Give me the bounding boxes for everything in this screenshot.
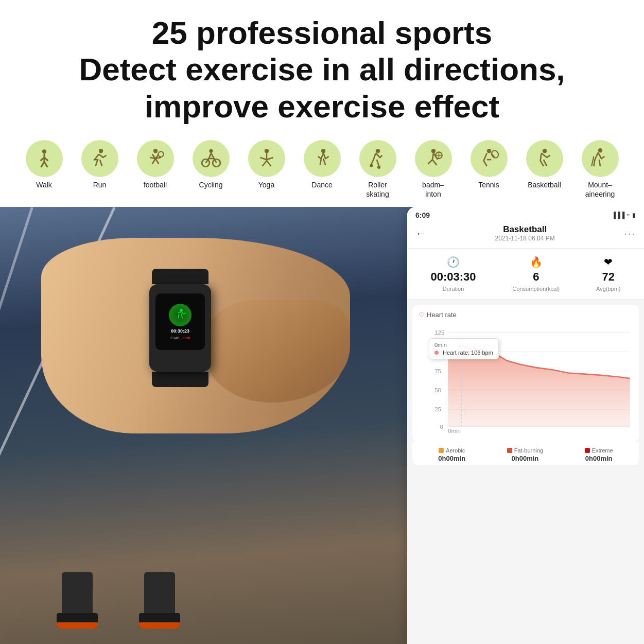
sport-walk: Walk [16,140,72,189]
phone-status-icons: ▐▐▐ ≈ ▮ [612,212,636,219]
sport-football: football [128,140,183,189]
run-icon [89,148,111,169]
band-hr: 096 [183,336,190,340]
yoga-icon-circle [248,140,285,177]
duration-label: Duration [443,286,464,292]
fitness-band: 00:30:23 2346 096 [149,269,211,387]
svg-point-15 [370,164,373,167]
activity-title: Basketball [495,224,555,235]
legend-aerobic: Aerobic 0h00min [438,447,465,462]
tennis-label: Tennis [478,180,499,189]
svg-point-0 [42,149,46,153]
back-button[interactable]: ← [415,228,426,239]
yoga-label: Yoga [258,180,274,189]
roller-icon [367,148,389,169]
main-title: 25 professional sports Detect exercise i… [21,14,623,125]
cycling-icon-circle [193,140,230,177]
dance-label: Dance [311,180,332,189]
legend-aerobic-label-row: Aerobic [439,447,465,454]
more-button[interactable]: ··· [624,228,636,239]
phone-stats-row: 🕐 00:03:30 Duration 🔥 6 Consumption(kcal… [407,249,644,300]
walk-label: Walk [36,180,52,189]
svg-point-8 [158,151,164,157]
wifi-icon: ≈ [626,212,630,219]
legend-extreme-label-row: Extreme [585,447,613,454]
sport-mountaineering: Mount– aineering [572,140,628,199]
aerobic-value: 0h00min [438,455,465,462]
phone-chart-section: ♡ Heart rate 125 100 75 50 25 0 [412,305,639,442]
fat-burning-value: 0h00min [512,455,539,462]
aerobic-dot [439,448,444,453]
header-section: 25 professional sports Detect exercise i… [0,0,644,134]
feet-area [51,572,185,634]
avg-bpm-value: 72 [602,270,615,284]
title-line2: Detect exercise in all directions, [79,51,565,87]
title-line1: 25 professional sports [152,15,493,50]
consumption-icon: 🔥 [530,256,543,268]
football-icon [145,148,166,169]
run-label: Run [93,180,107,189]
svg-point-12 [264,149,268,153]
phone-time: 6:09 [415,211,430,219]
signal-icon: ▐▐▐ [612,212,625,219]
consumption-label: Consumption(kcal) [512,286,560,292]
fat-burning-dot [507,448,512,453]
badminton-label: badm– inton [422,180,444,199]
tooltip-dot [434,351,439,355]
chart-legend: Aerobic 0h00min Fat-burning 0h00min Extr… [412,442,639,465]
badminton-icon [423,148,444,169]
wrist-area: 00:30:23 2346 096 [0,207,407,644]
yoga-icon [256,148,277,169]
extreme-value: 0h00min [585,455,613,462]
svg-line-5 [44,162,47,167]
basketball-label: Basketball [528,180,561,189]
football-label: football [144,180,167,189]
title-line3: improve exercise effect [145,89,499,124]
tooltip-time: 0min [434,342,493,348]
walk-icon-circle [26,140,63,177]
y-label-75: 75 [434,368,441,374]
chart-title: ♡ Heart rate [419,311,633,319]
mountain-icon-circle [582,140,619,177]
football-icon-circle [137,140,174,177]
sport-yoga: Yoga [239,140,294,189]
svg-point-14 [375,149,379,153]
band-steps: 2346 [170,336,179,340]
extreme-label: Extreme [592,447,613,454]
aerobic-label: Aerobic [446,447,465,454]
svg-point-9 [209,149,213,153]
basketball-icon-circle [526,140,563,177]
stat-consumption: 🔥 6 Consumption(kcal) [512,256,560,292]
avg-bpm-label: Avg(bpm) [596,286,620,292]
band-time: 00:30:23 [171,328,189,334]
sport-badminton: badm– inton [406,140,461,199]
mountain-icon [589,148,611,169]
svg-point-16 [377,166,380,169]
svg-point-6 [98,149,102,153]
run-icon-circle [81,140,118,177]
cycling-icon [200,148,222,169]
cycling-label: Cycling [199,180,223,189]
phone-status-bar: 6:09 ▐▐▐ ≈ ▮ [407,207,644,221]
left-shoe [51,572,103,634]
svg-point-23 [542,149,546,153]
duration-value: 00:03:30 [430,270,476,284]
svg-point-17 [431,149,435,153]
chart-title-text: Heart rate [427,311,457,319]
phone-app-header: ← Basketball 2021-11-18 06:04 PM ··· [407,221,644,249]
x-axis-label: 0min [448,428,461,434]
activity-date: 2021-11-18 06:04 PM [495,235,555,242]
phone-nav: ← Basketball 2021-11-18 06:04 PM ··· [415,224,636,242]
battery-icon: ▮ [632,212,636,219]
sport-tennis: Tennis [461,140,517,189]
consumption-value: 6 [533,270,539,284]
band-runner-icon [173,308,187,322]
hr-chart: 125 100 75 50 25 0 [419,323,633,436]
page-wrapper: 25 professional sports Detect exercise i… [0,0,644,644]
y-label-125: 125 [434,329,444,336]
dance-icon [311,148,333,169]
tennis-icon-circle [471,140,508,177]
phone-panel: 6:09 ▐▐▐ ≈ ▮ ← Basketball 2021-11-18 06:… [407,207,644,644]
y-label-50: 50 [434,387,441,393]
svg-line-4 [41,162,44,167]
